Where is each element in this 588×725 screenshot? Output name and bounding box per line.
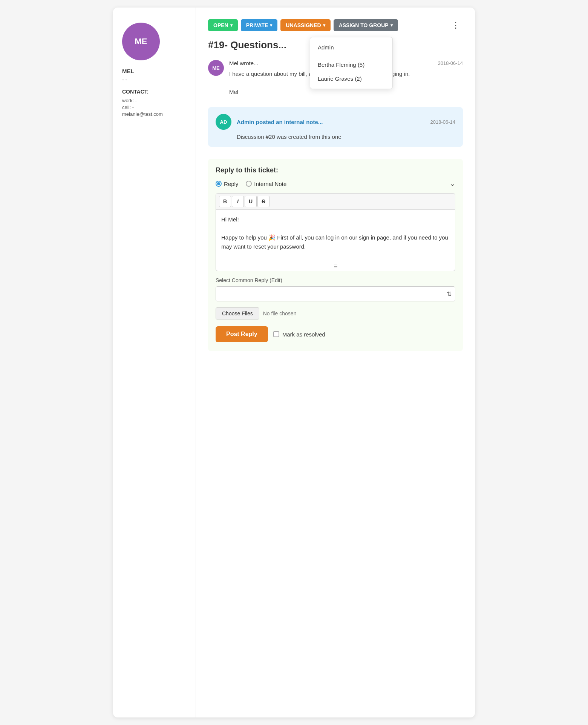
work-contact: work: - (122, 98, 187, 103)
dropdown-item-admin[interactable]: Admin (310, 40, 392, 54)
main-content: OPEN PRIVATE UNASSIGNED ASSIGN TO GROUP … (196, 8, 475, 717)
post-reply-button[interactable]: Post Reply (216, 326, 268, 342)
internal-note-radio-label[interactable]: Internal Note (246, 181, 286, 187)
unassigned-button[interactable]: UNASSIGNED (280, 19, 330, 31)
editor-line2: Happy to help you 🎉 First of all, you ca… (221, 233, 450, 251)
internal-note-header: AD Admin posted an internal note... 2018… (216, 114, 455, 130)
toolbar: OPEN PRIVATE UNASSIGNED ASSIGN TO GROUP … (208, 19, 463, 32)
choose-files-button[interactable]: Choose Files (216, 307, 259, 319)
internal-note-tab-label: Internal Note (254, 181, 286, 187)
select-common-reply-label: Select Common Reply (Edit) (216, 277, 455, 283)
post-reply-row: Post Reply Mark as resolved (216, 326, 455, 342)
email-contact: melanie@test.com (122, 111, 187, 117)
collapse-icon[interactable]: ⌄ (450, 180, 455, 188)
mark-resolved-checkbox[interactable] (273, 331, 279, 337)
dropdown-item-bertha[interactable]: Bertha Fleming (5) (310, 58, 392, 72)
dropdown-divider (310, 56, 392, 56)
editor-resize-handle[interactable]: ☰ (216, 263, 455, 271)
reply-section: Reply to this ticket: Reply Internal Not… (208, 159, 463, 351)
internal-note-date: 2018-06-14 (430, 119, 456, 125)
assign-group-button[interactable]: ASSIGN TO GROUP (334, 19, 398, 31)
internal-note-block: AD Admin posted an internal note... 2018… (208, 107, 463, 147)
user-name: MEL (122, 68, 187, 74)
select-wrapper: ⇅ (216, 286, 455, 301)
message-date: 2018-06-14 (438, 60, 463, 66)
reply-tab-label: Reply (224, 181, 238, 187)
underline-button[interactable]: U (245, 196, 257, 207)
strikethrough-button[interactable]: S (257, 196, 270, 207)
mark-resolved-text: Mark as resolved (282, 331, 325, 338)
more-options-icon[interactable]: ⋮ (449, 19, 463, 32)
open-button[interactable]: OPEN (208, 19, 238, 31)
editor-area[interactable]: Hi Mel! Happy to help you 🎉 First of all… (216, 210, 455, 263)
message-avatar: ME (208, 60, 224, 76)
dropdown-item-laurie[interactable]: Laurie Graves (2) (310, 72, 392, 86)
contact-label: CONTACT: (122, 89, 187, 95)
private-button[interactable]: PRIVATE (241, 19, 278, 31)
user-dash: - - (122, 77, 187, 83)
internal-note-body: Discussion #20 was created from this one (216, 134, 455, 140)
file-upload-row: Choose Files No file chosen (216, 307, 455, 319)
assign-dropdown: Admin Bertha Fleming (5) Laurie Graves (… (310, 37, 393, 89)
italic-button[interactable]: I (232, 196, 244, 207)
sidebar: ME MEL - - CONTACT: work: - cell: - mela… (113, 8, 196, 717)
internal-note-title[interactable]: Admin posted an internal note... (237, 119, 323, 125)
reply-title: Reply to this ticket: (216, 166, 455, 174)
avatar: ME (122, 23, 160, 60)
no-file-text: No file chosen (263, 310, 297, 316)
cell-contact: cell: - (122, 104, 187, 110)
message-author: Mel wrote... (229, 60, 259, 66)
editor-line1: Hi Mel! (221, 215, 450, 224)
internal-note-avatar: AD (216, 114, 231, 130)
reply-radio-label[interactable]: Reply (216, 181, 238, 187)
reply-radio-button[interactable] (216, 181, 222, 187)
internal-note-radio-button[interactable] (246, 181, 252, 187)
bold-button[interactable]: B (219, 196, 231, 207)
reply-tabs: Reply Internal Note ⌄ (216, 180, 455, 188)
editor-wrapper: B I U S Hi Mel! Happy to help you 🎉 Firs… (216, 193, 455, 271)
common-reply-select[interactable] (216, 286, 455, 301)
mark-resolved-label[interactable]: Mark as resolved (273, 331, 325, 338)
editor-toolbar: B I U S (216, 194, 455, 210)
